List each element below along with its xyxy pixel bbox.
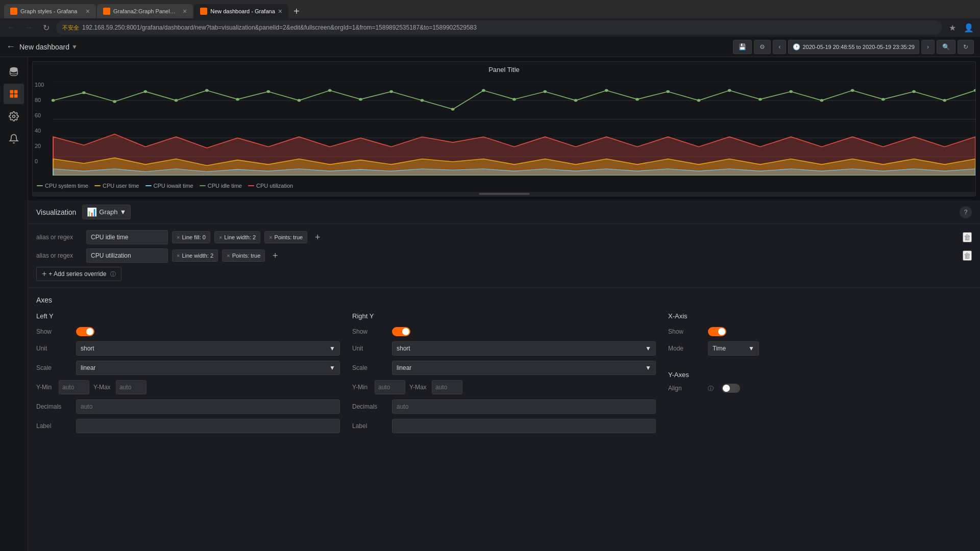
x-axis-mode-row: Mode Time ▼: [668, 341, 972, 356]
alias-input-1[interactable]: [86, 230, 168, 244]
time-next-button[interactable]: ›: [921, 40, 935, 54]
tab-grafana2[interactable]: Grafana2:Graph Panel使用(美... ×: [97, 4, 193, 18]
legend-cpu-user[interactable]: CPU user time: [94, 183, 139, 189]
add-tag-button-2[interactable]: +: [269, 249, 281, 262]
left-y-decimals-row: Decimals: [36, 399, 340, 414]
dashboard-title[interactable]: New dashboard ▼: [19, 43, 78, 51]
tag-close-icon: ×: [227, 253, 230, 259]
tab-graph-styles[interactable]: Graph styles - Grafana ×: [4, 4, 96, 18]
right-y-max-label: Y-Max: [409, 384, 430, 391]
refresh-button[interactable]: ↻: [958, 40, 974, 54]
legend-cpu-idle[interactable]: CPU idle time: [200, 183, 242, 189]
tab-close-2[interactable]: ×: [183, 7, 187, 15]
svg-point-17: [205, 89, 209, 92]
left-y-scale-select[interactable]: linear ▼: [76, 361, 340, 375]
legend-cpu-iowait[interactable]: CPU iowait time: [145, 183, 193, 189]
add-tag-button-1[interactable]: +: [311, 231, 324, 243]
right-y-show-toggle[interactable]: [392, 327, 410, 336]
svg-point-25: [451, 108, 455, 110]
right-y-max-input[interactable]: [432, 380, 462, 394]
override-tag-points-1[interactable]: × Points: true: [264, 231, 307, 243]
address-bar-row: ← → ↻ 不安全 192.168.59.250:8001/grafana/da…: [0, 18, 980, 37]
zoom-out-button[interactable]: 🔍: [937, 40, 955, 54]
right-y-scale-select[interactable]: linear ▼: [392, 361, 656, 375]
left-y-unit-select[interactable]: short ▼: [76, 341, 340, 356]
tab-close-1[interactable]: ×: [86, 7, 90, 15]
visualization-selector[interactable]: 📊 Graph ▼: [82, 205, 131, 219]
legend-cpu-utilization[interactable]: CPU utilization: [248, 183, 293, 189]
add-series-override-button[interactable]: + + Add series override ⓘ: [36, 267, 121, 281]
time-range-picker[interactable]: 🕑 2020-05-19 20:48:55 to 2020-05-19 23:3…: [788, 40, 919, 54]
override-tag-linewidth-2[interactable]: × Line width: 2: [172, 249, 218, 262]
svg-point-40: [912, 90, 916, 93]
override-tag-points-2[interactable]: × Points: true: [222, 249, 265, 262]
svg-point-24: [421, 99, 424, 102]
right-y-scale-row: Scale linear ▼: [352, 361, 656, 375]
left-y-scale-value: linear: [81, 364, 95, 371]
forward-button[interactable]: →: [21, 20, 36, 35]
tag-close-icon: ×: [219, 234, 222, 240]
sidebar-item-dashboards[interactable]: [4, 84, 24, 104]
left-y-min-group: Y-Min: [36, 380, 89, 394]
delete-override-2[interactable]: 🗑: [963, 251, 972, 261]
sidebar-item-alerts[interactable]: [4, 129, 24, 149]
right-y-title: Right Y: [352, 312, 656, 320]
left-y-label-input[interactable]: [76, 419, 340, 433]
svg-point-5: [13, 115, 15, 118]
profile-button[interactable]: 👤: [962, 20, 976, 35]
x-axis-show-toggle[interactable]: [708, 327, 726, 336]
x-axis-mode-select[interactable]: Time ▼: [708, 341, 759, 356]
override-tag-linefill-1[interactable]: × Line fill: 0: [172, 231, 210, 243]
select-chevron: ▼: [748, 345, 754, 352]
right-y-min-input[interactable]: [375, 380, 405, 394]
left-y-min-label: Y-Min: [36, 384, 57, 391]
save-dashboard-button[interactable]: 💾: [733, 40, 752, 54]
left-y-show-toggle[interactable]: [76, 327, 94, 336]
back-button[interactable]: ←: [4, 20, 18, 35]
override-tag-linewidth-1[interactable]: × Line width: 2: [214, 231, 260, 243]
y-axis-labels: 100 80 60 40 20 0: [33, 82, 48, 164]
settings-button[interactable]: ⚙: [754, 40, 771, 54]
chart-scrollbar[interactable]: [33, 192, 975, 196]
left-y-max-group: Y-Max: [93, 380, 146, 394]
right-y-label-input[interactable]: [392, 419, 656, 433]
legend-dot-iowait: [145, 185, 152, 186]
delete-override-1[interactable]: 🗑: [963, 232, 972, 242]
reload-button[interactable]: ↻: [39, 20, 53, 35]
left-y-max-input[interactable]: [116, 380, 146, 394]
sidebar-item-datasources[interactable]: [4, 61, 24, 82]
left-y-min-input[interactable]: [59, 380, 89, 394]
back-to-dashboard[interactable]: ←: [6, 41, 15, 52]
x-axis-title: X-Axis: [668, 312, 972, 320]
svg-point-34: [728, 89, 731, 92]
alias-label-2: alias or regex: [36, 252, 82, 259]
left-y-decimals-input[interactable]: [76, 399, 340, 414]
security-warning: 不安全: [62, 24, 79, 32]
left-y-unit-value: short: [81, 345, 94, 352]
select-chevron: ▼: [645, 364, 651, 371]
address-bar[interactable]: 不安全 192.168.59.250:8001/grafana/dashboar…: [56, 20, 942, 35]
right-y-decimals-input[interactable]: [392, 399, 656, 414]
legend-label-system: CPU system time: [45, 183, 88, 189]
new-tab-button[interactable]: +: [289, 4, 304, 18]
svg-point-14: [113, 100, 116, 103]
svg-point-32: [666, 90, 670, 93]
bookmark-button[interactable]: ★: [945, 20, 960, 35]
y-axes-align-toggle[interactable]: [722, 384, 740, 393]
tab-close-3[interactable]: ×: [278, 7, 282, 15]
alias-input-2[interactable]: [86, 248, 168, 263]
sidebar-item-settings[interactable]: [4, 106, 24, 127]
help-button[interactable]: ?: [960, 206, 972, 218]
time-prev-button[interactable]: ‹: [773, 40, 786, 54]
y-label-60: 60: [35, 112, 46, 118]
right-y-unit-row: Unit short ▼: [352, 341, 656, 356]
left-y-unit-label: Unit: [36, 345, 72, 352]
tab-new-dashboard[interactable]: New dashboard - Grafana ×: [194, 4, 288, 18]
legend-cpu-system[interactable]: CPU system time: [37, 183, 88, 189]
svg-point-28: [543, 90, 547, 93]
tag-close-icon: ×: [177, 234, 180, 240]
right-y-unit-select[interactable]: short ▼: [392, 341, 656, 356]
x-axis-show-row: Show: [668, 327, 972, 336]
x-axis-mode-value: Time: [713, 345, 726, 352]
right-y-unit-label: Unit: [352, 345, 388, 352]
